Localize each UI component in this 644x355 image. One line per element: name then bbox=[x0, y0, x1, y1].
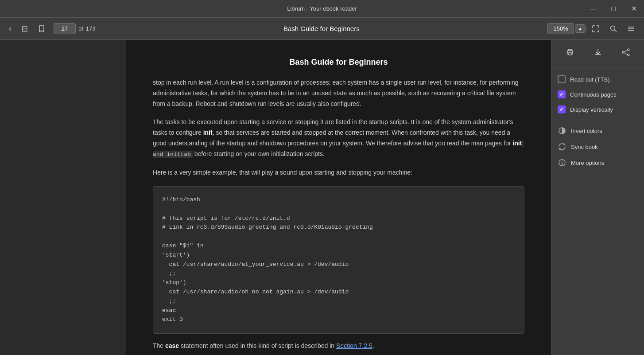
continuous-pages-checkbox[interactable] bbox=[558, 90, 566, 98]
svg-point-0 bbox=[611, 26, 615, 30]
page-of-label: of bbox=[78, 25, 83, 32]
code-block: #!/bin/bash # This script is for /etc/rc… bbox=[153, 186, 524, 334]
toolbar: ‹ ⊟ of 173 Bash Guide for Beginners 150%… bbox=[0, 18, 644, 40]
continuous-pages-option[interactable]: Continuous pages bbox=[551, 87, 644, 102]
para2-end: before starting on your own initializati… bbox=[193, 150, 325, 157]
right-panel: Read out (TTS) Continuous pages Display … bbox=[551, 40, 644, 355]
invert-colors-icon bbox=[558, 126, 566, 135]
book-paragraph-1: stop in each run level. A run level is a… bbox=[153, 78, 524, 109]
page-total-label: 173 bbox=[86, 25, 96, 32]
more-options-icon bbox=[558, 158, 566, 167]
fullscreen-button[interactable] bbox=[588, 22, 603, 35]
book-title: Bash Guide for Beginners bbox=[98, 25, 545, 32]
more-options-label: More options bbox=[571, 160, 604, 166]
main-area: Bash Guide for Beginners stop in each ru… bbox=[0, 40, 644, 355]
search-button[interactable] bbox=[606, 22, 621, 35]
svg-line-11 bbox=[624, 50, 628, 52]
back-button[interactable]: ‹ bbox=[5, 21, 15, 36]
right-panel-actions bbox=[551, 40, 644, 67]
sidebar-toggle-button[interactable]: ⊟ bbox=[18, 21, 31, 36]
para4-end: . bbox=[372, 342, 374, 349]
invert-colors-label: Invert colors bbox=[571, 128, 602, 134]
invert-colors-option[interactable]: Invert colors bbox=[551, 123, 644, 139]
para4-mid: statement often used in this kind of scr… bbox=[179, 342, 336, 349]
para4-start: The bbox=[153, 342, 165, 349]
more-options-option[interactable]: More options bbox=[551, 155, 644, 171]
display-vertically-checkbox[interactable] bbox=[558, 105, 566, 113]
continuous-pages-label: Continuous pages bbox=[570, 91, 617, 98]
read-out-option[interactable]: Read out (TTS) bbox=[551, 72, 644, 87]
panel-options: Read out (TTS) Continuous pages Display … bbox=[551, 67, 644, 175]
svg-point-8 bbox=[628, 49, 629, 51]
svg-point-9 bbox=[622, 51, 624, 53]
svg-rect-6 bbox=[568, 53, 572, 55]
book-content[interactable]: Bash Guide for Beginners stop in each ru… bbox=[126, 40, 551, 355]
bookmark-button[interactable] bbox=[34, 22, 49, 35]
window-controls: — □ ✕ bbox=[583, 0, 644, 17]
sync-book-label: Sync book bbox=[571, 144, 598, 150]
para2-init2: init bbox=[512, 140, 522, 147]
zoom-display: 150% bbox=[547, 23, 574, 34]
print-button[interactable] bbox=[561, 45, 579, 62]
download-button[interactable] bbox=[589, 45, 607, 62]
app-title: Librum - Your ebook reader bbox=[287, 5, 357, 12]
display-vertically-option[interactable]: Display vertically bbox=[551, 102, 644, 117]
title-bar: Librum - Your ebook reader — □ ✕ bbox=[0, 0, 644, 18]
read-out-label: Read out (TTS) bbox=[570, 76, 610, 83]
zoom-up-button[interactable]: ▲ bbox=[575, 24, 586, 33]
share-button[interactable] bbox=[617, 45, 635, 62]
book-paragraph-2: The tasks to be executed upon starting a… bbox=[153, 117, 524, 160]
read-out-checkbox[interactable] bbox=[558, 75, 566, 83]
left-sidebar bbox=[0, 40, 126, 355]
close-button[interactable]: ✕ bbox=[624, 0, 644, 18]
book-paragraph-3: Here is a very simple example, that will… bbox=[153, 168, 524, 178]
svg-point-7 bbox=[572, 51, 573, 52]
svg-line-1 bbox=[615, 30, 617, 32]
section-link[interactable]: Section 7.2.5 bbox=[336, 342, 372, 349]
maximize-button[interactable]: □ bbox=[603, 0, 624, 18]
zoom-group: 150% ▲ bbox=[547, 23, 586, 34]
display-vertically-label: Display vertically bbox=[570, 106, 613, 113]
menu-button[interactable] bbox=[624, 22, 639, 35]
para4-case: case bbox=[165, 342, 179, 349]
book-paragraph-4: The case statement often used in this ki… bbox=[153, 341, 524, 351]
sync-book-option[interactable]: Sync book bbox=[551, 139, 644, 155]
page-navigation: of 173 bbox=[54, 23, 96, 34]
sync-book-icon bbox=[558, 142, 566, 151]
book-content-heading: Bash Guide for Beginners bbox=[153, 58, 524, 67]
minimize-button[interactable]: — bbox=[583, 0, 603, 18]
svg-line-12 bbox=[624, 53, 628, 55]
panel-divider bbox=[558, 120, 638, 120]
para2-init: init bbox=[203, 129, 213, 136]
page-input[interactable] bbox=[54, 23, 76, 34]
svg-point-10 bbox=[628, 54, 629, 56]
